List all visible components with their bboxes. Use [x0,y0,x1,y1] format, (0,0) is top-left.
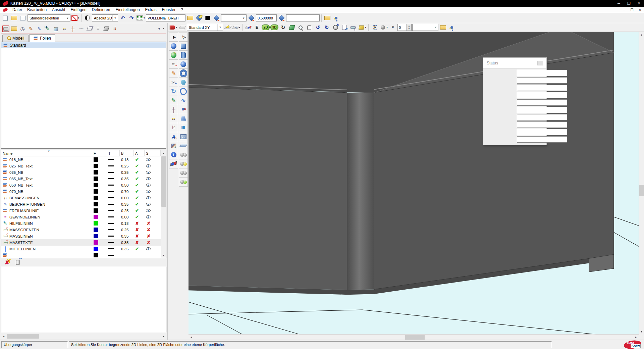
status-field-8[interactable] [517,121,567,128]
chevron-down-icon[interactable]: ∨ [433,24,438,31]
sketch-pencil-icon-button[interactable] [169,69,178,78]
column-header-a[interactable]: A [134,150,145,156]
chevron-down-icon[interactable]: ▾ [365,26,366,29]
hatch-icon-button[interactable] [52,25,60,33]
plane-eraser-icon-button[interactable] [244,23,252,32]
inactive-cross-icon[interactable]: ✘ [135,234,139,239]
undo-icon-button[interactable]: ↶ [119,14,127,22]
wire-box-icon-button[interactable] [86,25,94,33]
scroll-down-icon[interactable]: ▼ [161,252,166,258]
shell-solid-icon-button[interactable] [179,132,188,141]
modify-tools-icon-button[interactable] [169,78,178,87]
visible-eye-icon[interactable] [146,247,151,250]
view-undo-icon-button[interactable]: ↺ [314,23,322,32]
workplane-combo[interactable]: Standard XY∨ [187,24,223,31]
recent-icon-button[interactable] [18,25,26,33]
annotate-pencil-icon-button[interactable] [169,96,178,105]
column-header-s[interactable]: S [145,150,161,156]
layer-color-swatch[interactable] [94,234,98,238]
spring-solid-icon-button[interactable] [179,123,188,132]
status-field-4[interactable] [517,92,567,98]
3d-canvas[interactable]: Status [189,32,639,334]
redline-tool-icon-button[interactable] [2,25,10,33]
sheet-edit-icon-button[interactable] [35,25,43,33]
layer-style-folder-icon-button[interactable] [186,14,194,22]
sphere-select-icon-button[interactable] [169,42,178,51]
info-tool-icon-button[interactable] [169,150,178,159]
inactive-cross-icon[interactable]: ✘ [135,227,139,232]
mesh-display-icon-button[interactable] [370,23,378,32]
line-type-preview[interactable] [108,185,114,186]
chevron-down-icon[interactable]: ∨ [65,15,70,21]
extrude-profile-icon-button[interactable] [179,87,188,96]
layer-color-swatch[interactable] [94,253,98,257]
active-check-icon[interactable]: ✔ [135,195,139,200]
active-check-icon[interactable]: ✔ [135,163,139,168]
cylinder-solid-icon-button[interactable] [179,51,188,60]
layer-row[interactable]: FREIHANDLINIE0.25✔ [1,207,161,214]
orbit-icon-button[interactable] [331,23,339,32]
visible-eye-icon[interactable] [146,184,151,187]
status-field-9[interactable] [517,129,567,135]
user-settings-icon-button[interactable] [332,14,340,22]
torus-solid-icon-button[interactable] [179,69,188,78]
close-button[interactable]: ✕ [634,0,644,7]
layer-color-swatch[interactable] [94,170,98,174]
layer-color-swatch[interactable] [94,177,98,181]
active-check-icon[interactable]: ✔ [135,157,139,162]
active-check-icon[interactable]: ✔ [135,246,139,251]
layer-row[interactable]: HILFSLINIEN0.18✘ [1,220,161,227]
active-color-button[interactable]: ▾ [71,14,79,22]
boolean-intersect-icon-button[interactable] [179,168,188,178]
visible-eye-icon[interactable] [146,177,151,180]
collapse-panel-button[interactable]: ◄ [157,27,161,31]
scroll-left-icon[interactable]: ◄ [1,334,6,339]
layer-row[interactable]: BEMASSUNGEN0.00✔ [1,195,161,201]
eraser-tool-icon-button[interactable] [169,159,178,168]
scroll-up-icon[interactable]: ▲ [639,32,644,37]
active-check-icon[interactable]: ✔ [135,176,139,181]
aux-input[interactable] [286,14,320,21]
layer-color-swatch[interactable] [94,189,98,194]
active-check-icon[interactable]: ✔ [135,170,139,175]
solid-box-icon-button[interactable] [102,25,110,33]
open-file-icon-button[interactable] [10,14,18,22]
select-tool-icon-button[interactable] [169,33,178,42]
scrollbar-thumb[interactable] [405,335,425,340]
status-field-7[interactable] [517,114,567,120]
line-type-preview[interactable] [108,210,114,211]
tab-modell[interactable]: Modell [2,35,29,42]
line-type-preview[interactable] [108,178,114,179]
layer-row[interactable]: 025_NB_Text0.25✔ [1,163,161,169]
layer-table-scrollbar[interactable]: ▲ ▼ [161,150,166,258]
menu-item-bearbeiten[interactable]: Bearbeiten [24,7,49,12]
column-header-name[interactable]: Name [1,150,92,156]
layer-table-header[interactable]: ∨ Name F T B A S [1,150,161,156]
workplane-book-icon-button[interactable]: ▾ [168,23,177,32]
detail-level-spinner[interactable]: ▲▼ [397,24,412,31]
scrollbar-thumb[interactable] [7,334,39,339]
viewport-hscrollbar[interactable]: ◄ ► [189,334,639,340]
line-type-preview[interactable] [108,229,114,230]
cursor-tool-icon-button[interactable] [179,33,188,42]
menu-item-fenster[interactable]: Fenster [159,7,178,12]
layer-color-swatch[interactable] [94,164,98,168]
status-window[interactable]: Status [483,57,547,145]
line-type-preview[interactable] [108,204,114,205]
active-check-icon[interactable]: ✔ [135,189,139,194]
redo-icon-button[interactable]: ↷ [127,14,136,22]
detail-level-spinner-input[interactable] [397,24,407,31]
spin-down-icon[interactable]: ▼ [407,28,411,31]
sphere-edit-icon-button[interactable] [169,51,178,60]
chevron-down-icon[interactable]: ▾ [78,16,79,19]
scroll-down-icon[interactable]: ▼ [639,329,644,334]
status-field-3[interactable] [517,85,567,91]
layer-color-swatch[interactable] [94,240,98,245]
previous-view-icon-button[interactable] [340,23,348,32]
visible-eye-icon[interactable] [146,209,151,212]
menu-item-definieren[interactable]: Definieren [89,7,113,12]
selection-mode-combo[interactable]: Standardselektion∨ [28,14,70,21]
regenerate-icon-button[interactable] [169,87,178,96]
line-type-preview[interactable] [108,248,114,249]
menu-item-ansicht[interactable]: Ansicht [49,7,68,12]
